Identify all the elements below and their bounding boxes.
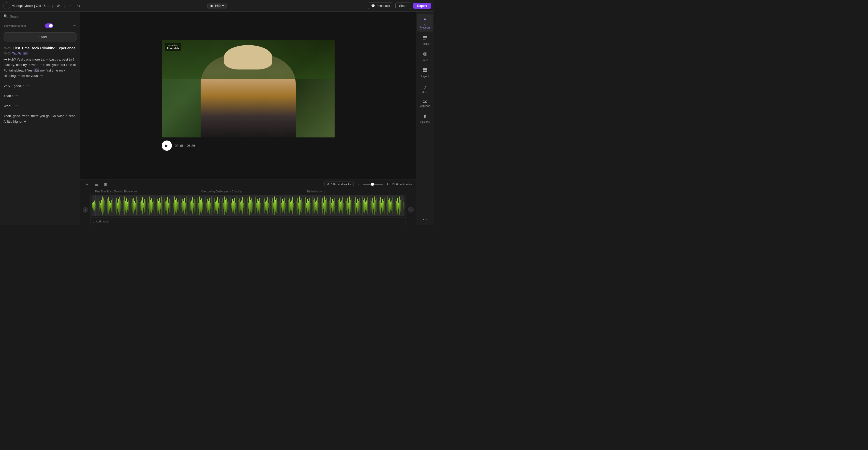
svg-rect-239: [364, 198, 365, 213]
project-title: videoplayback | Oct 15, ...: [12, 4, 50, 8]
svg-rect-68: [169, 199, 170, 213]
svg-rect-148: [260, 203, 261, 209]
zoom-minus-icon: −: [358, 182, 360, 187]
back-button[interactable]: ←: [3, 2, 10, 9]
svg-rect-164: [279, 201, 279, 211]
add-button-row: ＋ + Add: [0, 30, 80, 44]
svg-rect-14: [108, 197, 108, 214]
sidebar-item-captions[interactable]: CC Captions: [417, 97, 433, 110]
svg-rect-187: [305, 197, 305, 214]
sync-button[interactable]: ⟳: [55, 2, 62, 9]
svg-rect-17: [111, 200, 112, 212]
svg-rect-202: [322, 198, 322, 214]
ratio-icon: ▣: [210, 4, 213, 8]
svg-rect-65: [166, 201, 166, 211]
svg-rect-200: [320, 199, 320, 213]
timeline-tool-1[interactable]: ✂: [84, 181, 91, 188]
hide-timeline-button[interactable]: ⊟ Hide timeline: [392, 182, 412, 186]
svg-rect-11: [104, 201, 105, 211]
svg-rect-152: [265, 202, 266, 210]
sidebar-item-ai-producer[interactable]: ✦ AI Producer: [417, 14, 433, 32]
svg-rect-242: [368, 197, 368, 214]
sidebar-label-ai-producer: AI Producer: [419, 23, 431, 29]
svg-rect-265: [394, 203, 394, 208]
svg-rect-161: [275, 200, 276, 212]
svg-rect-2: [94, 201, 95, 211]
svg-rect-119: [227, 202, 228, 210]
sidebar-label-layout: Layout: [421, 75, 429, 78]
svg-rect-243: [369, 203, 369, 208]
svg-rect-162: [276, 198, 277, 213]
svg-rect-183: [300, 200, 301, 212]
ratio-selector[interactable]: ▣ 16:9 ▾: [208, 3, 226, 9]
svg-rect-140: [251, 198, 252, 213]
svg-rect-229: [353, 202, 353, 210]
undo-button[interactable]: ↩: [67, 2, 74, 9]
svg-rect-213: [335, 198, 335, 214]
brand-label: Riverside: [167, 47, 180, 50]
redo-icon: ↪: [77, 4, 81, 8]
track-add-right: +: [405, 194, 416, 225]
add-track-right-button[interactable]: +: [408, 207, 414, 213]
svg-rect-178: [295, 199, 295, 213]
feedback-button[interactable]: 💬 Feedback: [368, 3, 393, 9]
svg-rect-55: [155, 197, 155, 214]
svg-rect-48: [147, 198, 147, 214]
video-overlay: Created on Riverside: [165, 43, 182, 51]
sidebar-item-brand[interactable]: Brand: [417, 49, 433, 64]
zoom-in-button[interactable]: +: [385, 181, 390, 187]
svg-rect-192: [311, 203, 311, 209]
add-icon: ＋: [33, 35, 37, 39]
sidebar-item-music[interactable]: ♪ Music: [417, 81, 433, 96]
expand-tracks-icon: ⊕: [327, 182, 330, 186]
export-label: Export: [417, 4, 427, 8]
search-input[interactable]: [10, 15, 76, 18]
svg-rect-158: [272, 198, 273, 214]
svg-rect-35: [132, 199, 132, 213]
svg-rect-56: [156, 203, 156, 208]
add-button[interactable]: ＋ + Add: [4, 32, 76, 41]
more-options-button[interactable]: ⋯: [72, 23, 76, 28]
svg-rect-228: [352, 198, 352, 213]
svg-rect-247: [373, 203, 374, 209]
sidebar-item-tracks[interactable]: Tracks: [417, 33, 433, 48]
svg-rect-169: [284, 198, 285, 214]
waveform-clip[interactable]: [92, 195, 404, 216]
zoom-thumb[interactable]: [371, 183, 374, 186]
expand-tracks-button[interactable]: ⊕ 3 Expand tracks: [324, 181, 354, 187]
highlight-text[interactable]: it's: [34, 68, 39, 72]
svg-rect-185: [303, 202, 303, 210]
timeline-tool-2[interactable]: ☰: [93, 181, 100, 188]
svg-rect-151: [264, 198, 265, 213]
redo-button[interactable]: ↪: [75, 2, 82, 9]
music-sidebar-icon: ♪: [424, 84, 426, 90]
svg-rect-272: [402, 198, 402, 213]
svg-rect-215: [337, 196, 337, 215]
svg-rect-24: [120, 197, 120, 215]
share-label: Share: [399, 4, 407, 8]
sidebar-item-layout[interactable]: Layout: [417, 65, 433, 80]
transcript-search-bar: 🔍: [0, 12, 80, 21]
zoom-slider[interactable]: [363, 184, 383, 185]
time-display: 00:15 / 06:36: [175, 144, 195, 148]
topbar-left: ← videoplayback | Oct 15, ... | ⟳ | ↩ ↪: [3, 2, 206, 9]
svg-rect-197: [316, 201, 317, 211]
svg-rect-18: [113, 198, 113, 213]
sidebar-item-more[interactable]: ⋯: [417, 214, 433, 225]
deleted-word: ••: [46, 58, 48, 61]
zoom-plus-icon: +: [386, 182, 389, 187]
play-button[interactable]: ▶: [162, 140, 172, 151]
show-deleted-toggle[interactable]: [45, 23, 53, 28]
svg-rect-141: [252, 202, 253, 210]
svg-rect-91: [196, 201, 196, 210]
svg-rect-122: [231, 203, 231, 208]
svg-rect-206: [327, 198, 327, 213]
zoom-out-button[interactable]: −: [356, 181, 361, 187]
svg-rect-70: [172, 198, 173, 214]
export-button[interactable]: Export: [413, 3, 431, 9]
share-button[interactable]: Share: [395, 3, 411, 9]
add-track-left-button[interactable]: +: [83, 207, 88, 213]
timeline-tool-3[interactable]: ⊞: [102, 181, 109, 188]
sidebar-item-uploads[interactable]: ⬆ Uploads: [417, 111, 433, 126]
timecode-1: 00:00: [4, 47, 11, 50]
